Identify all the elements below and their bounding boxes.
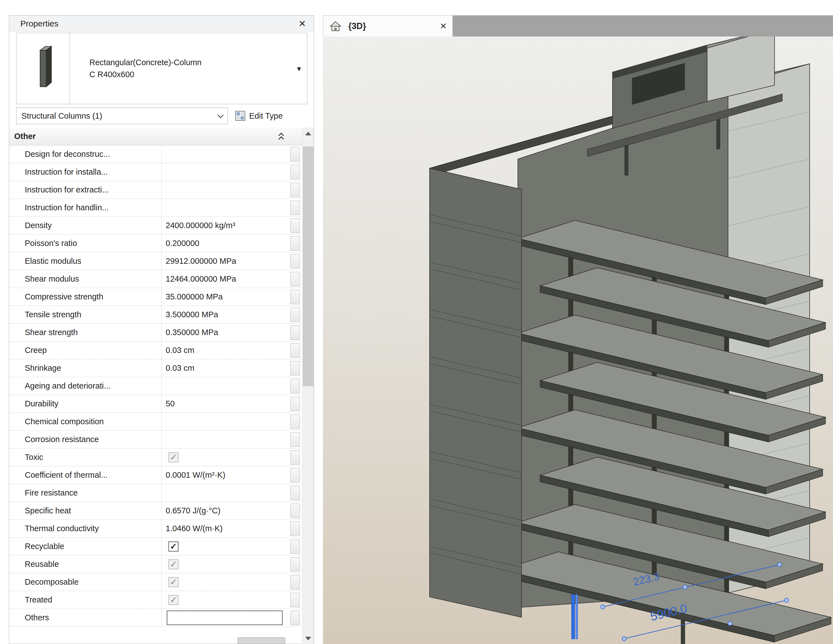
property-value[interactable] (162, 199, 302, 216)
associate-param-button[interactable] (290, 183, 300, 197)
associate-param-button[interactable] (290, 361, 300, 375)
property-label: Compressive strength (9, 288, 162, 306)
associate-param-button[interactable] (290, 593, 300, 607)
property-value[interactable] (162, 163, 302, 181)
associate-param-button[interactable] (290, 165, 300, 179)
property-value[interactable]: 29912.000000 MPa (162, 252, 302, 270)
property-value[interactable]: ✓ (162, 448, 302, 466)
associate-param-button[interactable] (290, 414, 300, 429)
property-value[interactable]: 0.350000 MPa (162, 324, 302, 341)
scroll-down-icon (305, 637, 311, 641)
edit-type-button[interactable]: Edit Type (235, 108, 313, 124)
associate-param-button[interactable] (290, 236, 300, 251)
property-value[interactable] (162, 181, 302, 199)
associate-param-button[interactable] (290, 308, 300, 322)
associate-param-button[interactable] (290, 147, 300, 161)
property-value[interactable]: ✓ (162, 538, 302, 555)
associate-param-button[interactable] (290, 539, 300, 554)
collapse-section-icon[interactable] (278, 133, 285, 140)
tab-close-icon[interactable]: ✕ (440, 21, 447, 31)
property-label: Treated (9, 591, 162, 609)
dimension-grip[interactable] (785, 598, 789, 602)
associate-param-button[interactable] (290, 272, 300, 287)
property-value[interactable]: 0.200000 (162, 235, 302, 252)
type-dropdown-arrow-icon[interactable]: ▾ (297, 64, 307, 73)
property-value[interactable]: ✓ (162, 573, 302, 591)
property-value[interactable] (162, 413, 302, 430)
associate-param-button[interactable] (290, 450, 300, 465)
property-value[interactable]: 0.03 cm (162, 359, 302, 377)
property-row: Shrinkage0.03 cm (9, 359, 302, 377)
associate-param-button[interactable] (290, 432, 300, 447)
property-value[interactable]: 0.03 cm (162, 341, 302, 359)
property-value[interactable] (162, 145, 302, 163)
associate-param-button[interactable] (290, 468, 300, 483)
associate-param-button[interactable] (290, 201, 300, 215)
property-label: Instruction for installa... (9, 163, 162, 181)
property-value[interactable] (162, 484, 302, 502)
dimension-grip[interactable] (683, 585, 687, 589)
tab-bar-empty (453, 15, 833, 37)
dimension-grip[interactable] (778, 563, 782, 567)
selected-column[interactable] (572, 594, 575, 639)
property-value[interactable]: 2400.000000 kg/m³ (162, 217, 302, 234)
3d-viewport[interactable]: 223.3 5900.0 (323, 37, 833, 644)
property-label: Thermal conductivity (9, 520, 162, 537)
associate-param-button[interactable] (290, 397, 300, 411)
partial-bottom-button[interactable] (238, 637, 285, 644)
selected-column-edge[interactable] (576, 594, 578, 639)
panel-close-icon[interactable]: ✕ (299, 18, 314, 29)
property-value[interactable]: 0.6570 J/(g·°C) (162, 502, 302, 520)
property-label: Creep (9, 341, 162, 359)
property-value[interactable] (162, 431, 302, 448)
associate-param-button[interactable] (290, 610, 300, 625)
scroll-down-button[interactable] (302, 633, 314, 644)
dimension-grip[interactable] (622, 637, 626, 641)
section-header-other[interactable]: Other (9, 127, 302, 145)
property-value[interactable]: ✓ (162, 555, 302, 573)
property-row: Coefficient of thermal...0.0001 W/(m²·K) (9, 466, 302, 484)
associate-param-button[interactable] (290, 575, 300, 589)
panel-scrollbar[interactable] (302, 127, 314, 644)
property-label: Instruction for handlin... (9, 199, 162, 216)
associate-param-button[interactable] (290, 218, 300, 233)
dimension-grip[interactable] (601, 605, 605, 609)
others-input[interactable] (167, 610, 283, 625)
property-row: Instruction for installa... (9, 163, 302, 181)
property-value[interactable]: 3.500000 MPa (162, 306, 302, 324)
property-value[interactable] (162, 377, 302, 395)
property-row: Poisson's ratio0.200000 (9, 235, 302, 252)
associate-param-button[interactable] (290, 325, 300, 340)
associate-param-button[interactable] (290, 486, 300, 500)
view-tab-3d[interactable]: {3D} ✕ (323, 15, 453, 37)
property-label: Design for deconstruc... (9, 145, 162, 163)
property-row: Elastic modulus29912.000000 MPa (9, 252, 302, 270)
property-value[interactable]: 12464.000000 MPa (162, 270, 302, 288)
property-value[interactable]: 35.000000 MPa (162, 288, 302, 306)
associate-param-button[interactable] (290, 557, 300, 572)
type-selector-dropdown[interactable]: Rectangular(Concrete)-Column C R400x600 … (16, 33, 307, 104)
edit-type-label: Edit Type (249, 111, 283, 121)
dimension-grip[interactable] (728, 621, 732, 626)
property-value[interactable]: 50 (162, 395, 302, 412)
property-row: Durability50 (9, 395, 302, 413)
associate-param-button[interactable] (290, 504, 300, 518)
property-value[interactable]: ✓ (162, 591, 302, 609)
property-label: Toxic (9, 448, 162, 466)
filter-row: Structural Columns (1) Edit Type (9, 108, 314, 125)
property-value[interactable]: 1.0460 W/(m·K) (162, 520, 302, 537)
associate-param-button[interactable] (290, 379, 300, 393)
property-value[interactable] (162, 609, 302, 626)
scroll-up-button[interactable] (302, 127, 314, 139)
associate-param-button[interactable] (290, 522, 300, 536)
checkbox-enabled[interactable]: ✓ (169, 541, 178, 552)
property-label: Shrinkage (9, 359, 162, 377)
associate-param-button[interactable] (290, 343, 300, 357)
property-value[interactable]: 0.0001 W/(m²·K) (162, 466, 302, 484)
associate-param-button[interactable] (290, 290, 300, 304)
selection-filter-dropdown[interactable]: Structural Columns (1) (16, 108, 228, 124)
edit-type-icon (235, 110, 246, 121)
checkbox-disabled: ✓ (169, 452, 178, 462)
associate-param-button[interactable] (290, 254, 300, 269)
scrollbar-thumb[interactable] (303, 147, 314, 386)
